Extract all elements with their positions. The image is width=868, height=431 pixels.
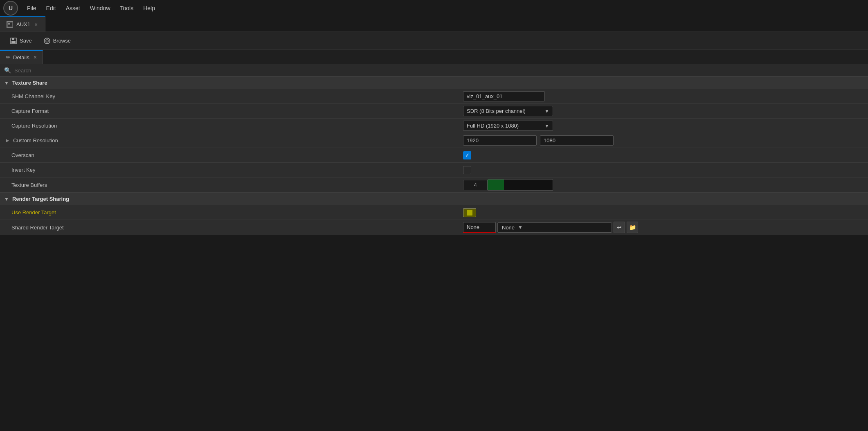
- shared-render-target-row: Shared Render Target None ▼ ↩ 📁: [0, 220, 868, 235]
- svg-point-6: [46, 40, 48, 42]
- asset-picker: None ▼ ↩ 📁: [463, 222, 638, 233]
- custom-resolution-height-input[interactable]: [540, 135, 614, 146]
- invert-key-checkbox[interactable]: [463, 166, 471, 174]
- browse-button[interactable]: Browse: [38, 35, 76, 47]
- capture-resolution-row: Capture Resolution Full HD (1920 x 1080)…: [0, 119, 868, 133]
- tab-label: AUX1: [16, 21, 30, 27]
- tab-aux1[interactable]: AUX1 ×: [0, 16, 45, 31]
- capture-format-label: Capture Format: [0, 105, 458, 117]
- svg-rect-3: [12, 38, 14, 40]
- shm-channel-key-row: SHM Channel Key: [0, 89, 868, 104]
- browse-icon: [43, 37, 51, 45]
- capture-format-row: Capture Format SDR (8 Bits per channel) …: [0, 104, 868, 119]
- texture-buffers-row: Texture Buffers 4: [0, 177, 868, 193]
- details-icon: ✏: [6, 54, 11, 61]
- custom-resolution-label: ▶ Custom Resolution: [0, 134, 458, 147]
- overscan-row: Overscan: [0, 148, 868, 163]
- asset-folder-icon: 📁: [629, 224, 636, 231]
- details-tab-close[interactable]: ×: [34, 54, 37, 61]
- asset-back-icon: ↩: [617, 224, 622, 231]
- custom-resolution-row: ▶ Custom Resolution: [0, 133, 868, 148]
- details-tab-label: Details: [13, 54, 29, 61]
- toolbar: Save Browse: [0, 32, 868, 50]
- overscan-checkbox[interactable]: [463, 151, 471, 159]
- main-content: ▼ Texture Share SHM Channel Key Capture …: [0, 76, 868, 235]
- menu-asset[interactable]: Asset: [62, 3, 84, 13]
- texture-buffers-label: Texture Buffers: [0, 179, 458, 191]
- shared-render-target-label: Shared Render Target: [0, 221, 458, 234]
- search-icon: 🔍: [4, 67, 11, 74]
- use-render-target-value: [458, 207, 868, 219]
- overscan-label: Overscan: [0, 149, 458, 162]
- menu-file[interactable]: File: [23, 3, 40, 13]
- menu-edit[interactable]: Edit: [42, 3, 60, 13]
- custom-resolution-expand-arrow[interactable]: ▶: [6, 138, 9, 143]
- asset-dropdown-arrow: ▼: [518, 224, 523, 230]
- texture-share-arrow: ▼: [4, 80, 9, 86]
- asset-back-button[interactable]: ↩: [614, 222, 625, 233]
- texture-buffers-bar[interactable]: [488, 179, 553, 191]
- search-input[interactable]: [14, 67, 864, 74]
- ue-logo: U: [3, 1, 18, 16]
- tab-icon: [7, 21, 13, 28]
- search-bar: 🔍: [0, 65, 868, 76]
- menu-help[interactable]: Help: [139, 3, 159, 13]
- svg-point-5: [44, 38, 50, 44]
- menu-tools[interactable]: Tools: [116, 3, 138, 13]
- shm-channel-key-value: [458, 90, 868, 103]
- capture-resolution-value: Full HD (1920 x 1080) ▼: [458, 119, 868, 132]
- use-render-target-label: Use Render Target: [0, 206, 458, 219]
- menu-window[interactable]: Window: [86, 3, 115, 13]
- texture-buffers-value: 4: [458, 177, 868, 192]
- tab-close-button[interactable]: ×: [34, 21, 38, 28]
- invert-key-label: Invert Key: [0, 164, 458, 176]
- capture-format-value: SDR (8 Bits per channel) ▼: [458, 104, 868, 118]
- render-target-label: Render Target Sharing: [12, 196, 69, 202]
- capture-resolution-dropdown[interactable]: Full HD (1920 x 1080) ▼: [463, 121, 553, 131]
- svg-rect-1: [8, 23, 10, 25]
- use-render-target-row: Use Render Target: [0, 205, 868, 220]
- shared-render-target-value: None ▼ ↩ 📁: [458, 220, 868, 235]
- capture-resolution-text: Full HD (1920 x 1080): [467, 123, 519, 129]
- texture-buffers-fill: [488, 180, 504, 190]
- capture-format-text: SDR (8 Bits per channel): [467, 108, 526, 114]
- browse-label: Browse: [53, 38, 71, 44]
- texture-share-label: Texture Share: [12, 80, 47, 86]
- svg-rect-4: [11, 41, 16, 43]
- details-tab[interactable]: ✏ Details ×: [0, 50, 43, 64]
- capture-format-arrow: ▼: [544, 108, 549, 114]
- custom-resolution-value: [458, 134, 868, 147]
- capture-resolution-label: Capture Resolution: [0, 119, 458, 132]
- capture-resolution-arrow: ▼: [544, 123, 549, 129]
- save-icon: [10, 37, 17, 45]
- capture-format-dropdown[interactable]: SDR (8 Bits per channel) ▼: [463, 106, 553, 116]
- tab-bar: AUX1 ×: [0, 16, 868, 32]
- save-button[interactable]: Save: [5, 35, 37, 47]
- use-render-target-toggle[interactable]: [463, 208, 476, 217]
- shm-channel-key-input[interactable]: [463, 91, 545, 101]
- asset-dropdown-text: None: [502, 224, 515, 231]
- invert-key-row: Invert Key: [0, 163, 868, 177]
- texture-buffers-slider[interactable]: 4: [463, 179, 553, 191]
- asset-browse-button[interactable]: 📁: [627, 222, 638, 233]
- overscan-value: [458, 150, 868, 161]
- asset-none-input[interactable]: [463, 222, 496, 233]
- custom-resolution-width-input[interactable]: [463, 135, 537, 146]
- texture-buffers-number: 4: [463, 180, 488, 190]
- save-label: Save: [20, 38, 32, 44]
- invert-key-value: [458, 164, 868, 176]
- panel-tabs: ✏ Details ×: [0, 50, 868, 65]
- texture-share-header[interactable]: ▼ Texture Share: [0, 76, 868, 89]
- title-bar: U File Edit Asset Window Tools Help: [0, 0, 868, 16]
- shm-channel-key-label: SHM Channel Key: [0, 90, 458, 103]
- render-target-header[interactable]: ▼ Render Target Sharing: [0, 193, 868, 205]
- render-target-arrow: ▼: [4, 196, 9, 202]
- asset-dropdown[interactable]: None ▼: [497, 222, 612, 233]
- toggle-inner: [467, 210, 472, 216]
